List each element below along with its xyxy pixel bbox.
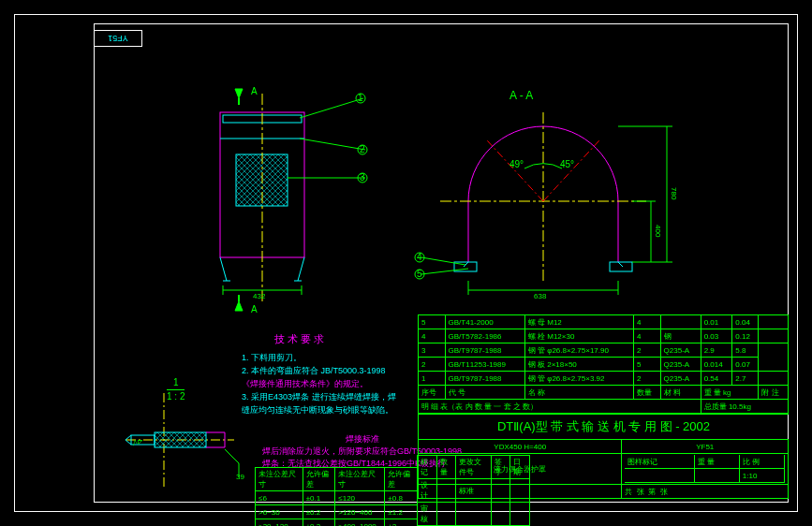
bom-table: 5GB/T41-2000螺 母 M1240.010.04 4GB/T5782-1… [418, 314, 789, 414]
code: YF51 [622, 440, 789, 454]
table-row: 3GB/T9787-1988钢 管 φ26.8×2.75×17.902Q235-… [419, 343, 789, 358]
bom-detail: 明 细 表（表 内 数 量 一 套 之 数）总质量 10.5kg [419, 400, 789, 414]
note-1: 1. 下料用剪刀。 [242, 351, 396, 364]
svg-line-13 [300, 139, 365, 150]
svg-line-3 [220, 257, 227, 281]
svg-line-26 [421, 257, 465, 265]
note-3: 《焊接件通用技术条件》的规定。 [242, 377, 396, 390]
detail-dim: 39 [236, 473, 244, 481]
note-2: 2. 本件的弯曲应符合 JB/T5000.3-1998 [242, 364, 396, 377]
weld-sym: ⊿√ [133, 438, 143, 446]
svg-line-4 [298, 257, 304, 281]
dim-h1: 780 [670, 187, 678, 199]
callout-2: 2 [360, 144, 365, 154]
dim-wl: 432 [253, 292, 265, 300]
detail-num: 1 [173, 377, 179, 387]
tech-notes: 技 术 要 求 1. 下料用剪刀。 2. 本件的弯曲应符合 JB/T5000.3… [242, 332, 396, 416]
notes-title: 技 术 要 求 [274, 332, 324, 346]
model: YDX450 H=400 [419, 440, 622, 454]
dim-h2: 400 [654, 225, 662, 237]
section-mark-bottom: A [251, 304, 258, 314]
angle-2: 45° [560, 159, 574, 169]
callout-4: 4 [417, 252, 422, 262]
svg-line-42 [225, 449, 239, 463]
callout-3: 3 [360, 172, 365, 183]
angle-1: 49° [509, 159, 524, 169]
bom-header: 序号代 号名 称数量材 料重 量 kg附 注 [419, 386, 789, 400]
note-5: 缝应均匀连续无中断现象与砂眼等缺陷。 [242, 403, 396, 416]
callout-1: 1 [358, 93, 363, 103]
table-row: 1GB/T9787-1988钢 管 φ26.8×2.75×3.922Q235-A… [419, 372, 789, 386]
svg-line-25 [543, 140, 599, 201]
table-row: 4GB/T5782-1986螺 栓 M12×304钢0.030.12 [419, 329, 789, 343]
section-mark-top: A [251, 86, 258, 96]
note-4: 3. 采用E4303焊条 进行连续焊缝焊接，焊 [242, 390, 396, 403]
cad-canvas: YF51 [0, 0, 812, 526]
svg-line-24 [487, 140, 543, 201]
title-main: DTⅡ(A)型 带 式 输 送 机 专 用 图 - 2002 [419, 415, 789, 440]
sig-table: 标记数量更改文件号签字日期 设计标准 审核 工艺批准 [417, 455, 530, 526]
callout-5: 5 [417, 269, 422, 279]
svg-rect-21 [610, 262, 632, 271]
svg-line-11 [300, 98, 363, 118]
detail-scale: 1 : 2 [167, 389, 185, 402]
svg-rect-40 [155, 432, 206, 447]
table-row: 2GB/T11253-1989钢 板 2×18×505Q235-A0.0140.… [419, 358, 789, 372]
section-label: A - A [509, 89, 533, 102]
tol-table: 未注公差尺寸允许偏差未注公差尺寸允许偏差 ≤6±0.1≤120±0.8 >6~3… [255, 467, 418, 526]
table-row: 5GB/T41-2000螺 母 M1240.010.04 [419, 315, 789, 329]
dim-wb: 638 [534, 292, 546, 300]
